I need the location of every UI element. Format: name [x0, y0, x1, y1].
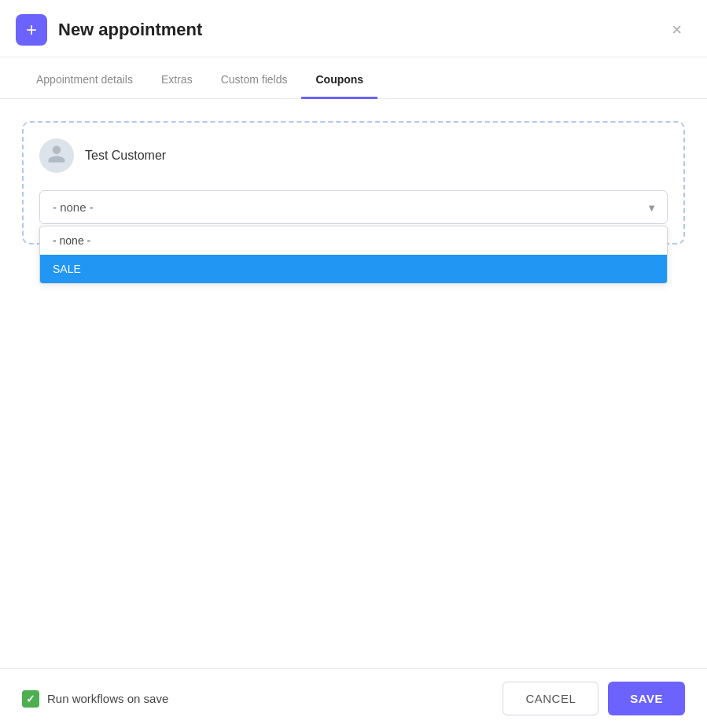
avatar — [39, 138, 74, 173]
tab-bar: Appointment details Extras Custom fields… — [0, 61, 707, 99]
save-button[interactable]: SAVE — [608, 682, 685, 715]
header-left: + New appointment — [16, 14, 202, 46]
checkmark-icon: ✓ — [26, 693, 35, 705]
footer-left: ✓ Run workflows on save — [22, 690, 168, 708]
person-icon — [46, 144, 67, 167]
tab-custom-fields[interactable]: Custom fields — [207, 61, 302, 99]
plus-icon-button[interactable]: + — [16, 14, 47, 46]
tab-coupons[interactable]: Coupons — [301, 61, 377, 99]
coupon-select-field[interactable]: - none - — [39, 190, 668, 224]
run-workflows-label: Run workflows on save — [47, 692, 168, 705]
footer-actions: CANCEL SAVE — [503, 682, 685, 715]
customer-name: Test Customer — [85, 149, 166, 163]
modal-body: Test Customer - none - ▼ - none - SALE — [0, 99, 707, 668]
tab-appointment-details[interactable]: Appointment details — [22, 61, 147, 99]
coupon-dropdown-list: - none - SALE — [39, 226, 668, 284]
cancel-button[interactable]: CANCEL — [503, 682, 598, 715]
modal-title: New appointment — [58, 20, 202, 40]
dropdown-item-sale[interactable]: SALE — [40, 255, 667, 283]
tab-extras[interactable]: Extras — [147, 61, 207, 99]
run-workflows-checkbox[interactable]: ✓ — [22, 690, 39, 708]
dropdown-item-none[interactable]: - none - — [40, 226, 667, 255]
customer-row: Test Customer — [39, 138, 668, 173]
modal-footer: ✓ Run workflows on save CANCEL SAVE — [0, 668, 707, 728]
modal-header: + New appointment × — [0, 0, 707, 57]
close-button[interactable]: × — [668, 18, 685, 42]
new-appointment-modal: + New appointment × Appointment details … — [0, 0, 707, 728]
customer-section: Test Customer - none - ▼ - none - SALE — [22, 121, 685, 245]
coupon-select-wrapper: - none - ▼ - none - SALE — [39, 190, 668, 224]
